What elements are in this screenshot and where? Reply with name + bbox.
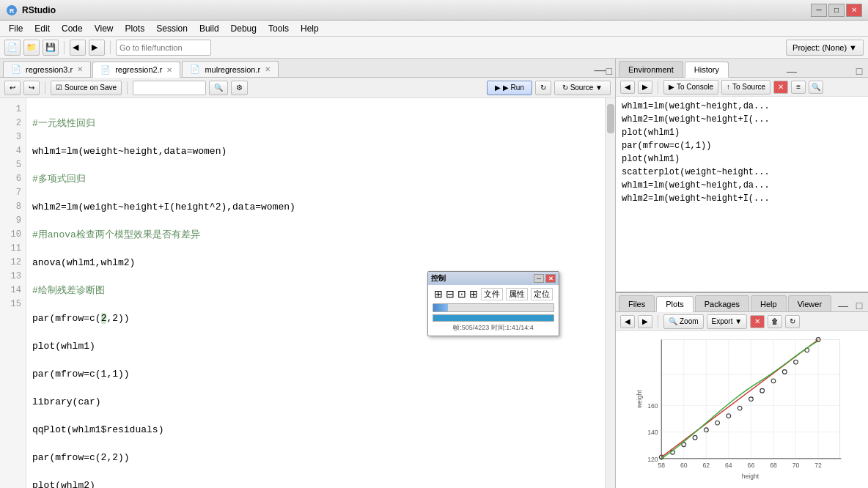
plot-area: 120 140 160 58 60 62 64 66 68 70 72 weig… [616, 331, 868, 488]
menu-item-tools[interactable]: Tools [262, 22, 295, 35]
menu-item-help[interactable]: Help [295, 22, 325, 35]
plots-forward-button[interactable]: ▶ [638, 315, 652, 328]
close-button[interactable]: ✕ [846, 4, 862, 17]
to-console-button[interactable]: ▶ To Console [663, 80, 718, 95]
plots-back-button[interactable]: ◀ [620, 315, 635, 328]
tab-packages[interactable]: Packages [695, 295, 749, 311]
to-source-icon: ↑ [727, 83, 730, 91]
tab-regression3[interactable]: 📄 regression3.r ✕ [3, 61, 91, 77]
zoom-button[interactable]: 🔍 Zoom [663, 314, 704, 329]
progress-icons: ⊞ ⊟ ⊡ ⊞ 文件 属性 定位 [433, 288, 554, 300]
history-item[interactable]: par(mfrow=c(1,1)) [622, 139, 862, 152]
app-title: RStudio [22, 5, 811, 15]
tab-regression2[interactable]: 📄 regression2.r ✕ [92, 62, 180, 78]
go-to-file-input[interactable] [116, 40, 211, 56]
history-item[interactable]: whlm1=lm(weight~height,da... [622, 179, 862, 192]
nav-forward-button[interactable]: ▶ [89, 40, 105, 56]
menu-item-view[interactable]: View [89, 22, 119, 35]
tab-help[interactable]: Help [751, 295, 787, 311]
run-button[interactable]: ▶ ▶ Run [487, 81, 532, 95]
tab-close-icon-3[interactable]: ✕ [265, 65, 271, 73]
progress-body: ⊞ ⊟ ⊡ ⊞ 文件 属性 定位 帧:505/4223 时间:1:41/14:4 [428, 285, 559, 336]
save-button[interactable]: 💾 [43, 40, 59, 56]
tab-viewer[interactable]: Viewer [788, 295, 831, 311]
icon-square[interactable]: ⊡ [457, 288, 466, 300]
menu-item-build[interactable]: Build [194, 22, 225, 35]
open-button[interactable]: 📁 [23, 40, 40, 56]
svg-text:60: 60 [680, 462, 688, 469]
menu-item-edit[interactable]: Edit [29, 22, 56, 35]
history-search-button[interactable]: 🔍 [809, 81, 823, 94]
history-back-button[interactable]: ◀ [620, 81, 635, 94]
tab-file-icon-2: 📄 [100, 65, 111, 75]
history-item[interactable]: whlm2=lm(weight~height+I(... [622, 113, 862, 126]
search-button[interactable]: 🔍 [209, 81, 228, 95]
menu-item-debug[interactable]: Debug [225, 22, 262, 35]
minimize-env-button[interactable]: — [786, 65, 798, 77]
history-item[interactable]: scatterplot(weight~height... [622, 166, 862, 179]
project-button[interactable]: Project: (None) ▼ [786, 40, 864, 56]
tab-mulregression[interactable]: 📄 mulregression.r ✕ [182, 61, 279, 77]
menu-item-file[interactable]: File [3, 22, 29, 35]
svg-text:weight: weight [636, 390, 644, 409]
tab-file-icon: 📄 [11, 64, 21, 74]
tab-label: regression3.r [26, 65, 73, 74]
icon-file[interactable]: 文件 [481, 288, 503, 300]
maximize-files-button[interactable]: □ [853, 300, 865, 311]
progress-close[interactable]: ✕ [545, 274, 556, 283]
history-filter-button[interactable]: ≡ [791, 81, 806, 94]
scrollbar-thumb[interactable] [607, 104, 614, 133]
source-button[interactable]: ↻ Source ▼ [554, 81, 611, 95]
menu-item-session[interactable]: Session [150, 22, 194, 35]
progress-minimize[interactable]: ─ [534, 274, 544, 283]
history-item[interactable]: plot(whlm1) [622, 152, 862, 166]
svg-text:62: 62 [703, 462, 710, 469]
tab-files[interactable]: Files [619, 295, 655, 311]
code-search-input[interactable] [133, 81, 206, 95]
maximize-editor-button[interactable]: □ [606, 65, 612, 77]
window-controls: ─ □ ✕ [811, 4, 862, 17]
icon-plus[interactable]: ⊞ [469, 288, 478, 300]
history-content[interactable]: whlm1=lm(weight~height,da... whlm2=lm(we… [616, 97, 868, 292]
tab-environment[interactable]: Environment [619, 61, 683, 77]
history-item[interactable]: plot(whlm1) [622, 126, 862, 139]
export-button[interactable]: Export ▼ [707, 314, 748, 329]
icon-grid[interactable]: ⊞ [434, 288, 443, 300]
tab-label-3: mulregression.r [205, 65, 260, 74]
maximize-button[interactable]: □ [828, 4, 845, 17]
new-file-button[interactable]: 📄 [4, 40, 21, 56]
tab-history[interactable]: History [685, 62, 729, 78]
history-item[interactable]: whlm2=lm(weight~height+I(... [622, 192, 862, 205]
history-forward-button[interactable]: ▶ [638, 81, 652, 94]
editor-scrollbar[interactable] [605, 98, 615, 488]
plots-sep [658, 315, 658, 328]
maximize-env-button[interactable]: □ [853, 65, 865, 77]
tab-close-icon-2[interactable]: ✕ [166, 66, 172, 74]
tab-plots[interactable]: Plots [656, 296, 693, 312]
refresh-plots-button[interactable]: ↻ [785, 315, 800, 328]
minimize-editor-button[interactable]: — [595, 64, 606, 77]
icon-props[interactable]: 属性 [506, 288, 528, 300]
icon-minus[interactable]: ⊟ [446, 288, 455, 300]
menu-item-code[interactable]: Code [56, 22, 89, 35]
to-console-icon: ▶ [669, 83, 674, 91]
menu-item-plots[interactable]: Plots [119, 22, 151, 35]
source-on-save-button[interactable]: ☑ Source on Save [51, 81, 122, 95]
run-icon: ▶ [495, 84, 501, 92]
clear-plots-button[interactable]: 🗑 [768, 315, 782, 328]
delete-plot-button[interactable]: ✕ [750, 315, 765, 328]
nav-back-button[interactable]: ◀ [70, 40, 86, 56]
icon-locate[interactable]: 定位 [531, 288, 553, 300]
find-replace-button[interactable]: ⚙ [231, 81, 248, 95]
history-toolbar: ◀ ▶ ▶ To Console ↑ To Source ✕ ≡ 🔍 [616, 78, 868, 97]
history-close-button[interactable]: ✕ [773, 81, 788, 94]
to-source-button[interactable]: ↑ To Source [721, 80, 770, 95]
minimize-button[interactable]: ─ [811, 4, 827, 17]
svg-text:66: 66 [748, 462, 755, 469]
redo-button[interactable]: ↪ [23, 81, 40, 95]
history-item[interactable]: whlm1=lm(weight~height,da... [622, 100, 862, 113]
minimize-files-button[interactable]: — [837, 300, 849, 311]
undo-button[interactable]: ↩ [4, 81, 21, 95]
rerun-button[interactable]: ↻ [535, 81, 551, 95]
tab-close-icon[interactable]: ✕ [77, 65, 83, 73]
